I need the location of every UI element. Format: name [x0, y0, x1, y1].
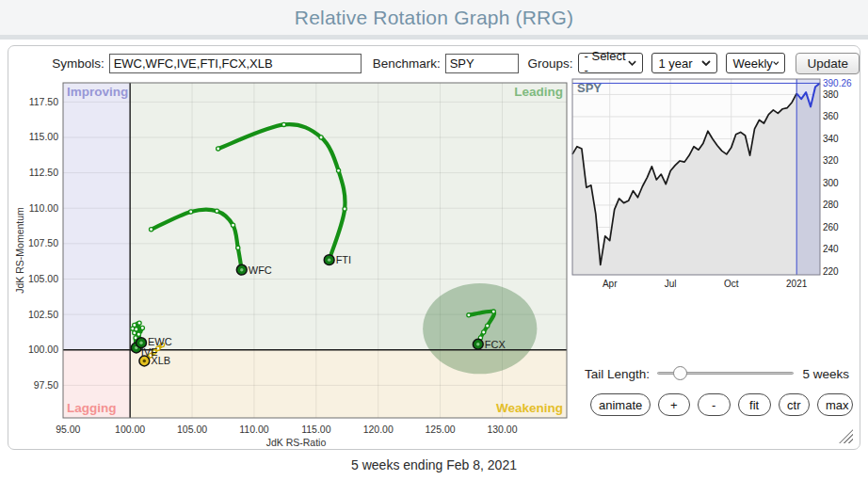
tail-length-label: Tail Length: [585, 367, 650, 381]
svg-text:340: 340 [823, 134, 839, 144]
svg-text:240: 240 [823, 244, 839, 254]
svg-text:Lagging: Lagging [67, 401, 117, 415]
svg-text:280: 280 [823, 200, 839, 210]
tail-length-slider[interactable] [657, 364, 794, 383]
svg-text:117.50: 117.50 [29, 96, 58, 107]
svg-text:Apr: Apr [603, 279, 618, 289]
svg-text:97.50: 97.50 [34, 379, 58, 391]
app-titlebar: Relative Rotation Graph (RRG) [0, 0, 868, 35]
groups-select-value: - Select - [585, 49, 629, 77]
max-button[interactable]: max [817, 393, 853, 416]
svg-text:Oct: Oct [724, 279, 739, 289]
update-button[interactable]: Update [796, 53, 860, 74]
resize-grip-icon[interactable] [839, 429, 853, 443]
chevron-down-icon [628, 60, 636, 66]
svg-text:WFC: WFC [249, 264, 272, 276]
svg-text:EWC: EWC [148, 336, 172, 347]
svg-text:110.00: 110.00 [239, 424, 268, 435]
symbols-label: Symbols: [52, 56, 104, 71]
spy-chart: SPY390.26220240260280300320340360380AprJ… [569, 77, 857, 292]
svg-text:102.50: 102.50 [28, 309, 58, 320]
tail-length-control: Tail Length: 5 weeks [585, 364, 849, 383]
svg-text:112.50: 112.50 [29, 167, 58, 178]
svg-text:105.00: 105.00 [177, 424, 207, 435]
zoom-out-button[interactable]: - [698, 393, 731, 416]
svg-text:320: 320 [823, 155, 839, 166]
period-select[interactable]: 1 year [651, 53, 717, 73]
groups-label: Groups: [528, 56, 573, 71]
rrg-chart[interactable]: ImprovingLeadingLaggingWeakening95.00100… [13, 74, 578, 453]
center-button[interactable]: ctr [779, 393, 810, 416]
svg-text:390.26: 390.26 [823, 78, 852, 88]
svg-text:Weakening: Weakening [496, 401, 563, 415]
tail-length-value: 5 weeks [802, 367, 849, 381]
title-divider-strip [0, 35, 868, 40]
svg-text:100.00: 100.00 [115, 424, 145, 435]
benchmark-input[interactable] [445, 54, 519, 73]
groups-select[interactable]: - Select - [578, 53, 644, 73]
slider-thumb[interactable] [673, 366, 687, 380]
svg-text:360: 360 [823, 111, 839, 121]
svg-text:100.00: 100.00 [28, 344, 58, 355]
fit-button[interactable]: fit [738, 393, 771, 416]
chevron-down-icon [701, 60, 711, 66]
svg-text:260: 260 [823, 222, 839, 232]
svg-text:110.00: 110.00 [29, 202, 58, 214]
rrg-panel: Symbols: Benchmark: Groups: - Select - 1… [8, 45, 860, 450]
svg-text:FTI: FTI [336, 254, 352, 265]
svg-text:105.00: 105.00 [28, 273, 58, 284]
frequency-select-value: Weekly [732, 56, 772, 71]
svg-text:95.00: 95.00 [56, 424, 80, 435]
svg-text:Improving: Improving [67, 85, 128, 99]
svg-text:JdK RS-Momentum: JdK RS-Momentum [14, 207, 25, 294]
svg-text:125.00: 125.00 [426, 424, 456, 435]
symbols-input[interactable] [109, 54, 362, 73]
svg-text:115.00: 115.00 [301, 424, 330, 435]
frequency-select[interactable]: Weekly [726, 53, 785, 73]
svg-text:220: 220 [823, 266, 839, 277]
footer-caption: 5 weeks ending Feb 8, 2021 [0, 457, 868, 472]
benchmark-label: Benchmark: [373, 56, 441, 71]
svg-text:2021: 2021 [786, 279, 808, 289]
svg-text:380: 380 [823, 89, 839, 100]
svg-text:FCX: FCX [485, 339, 506, 350]
svg-text:Leading: Leading [514, 85, 563, 99]
toolbar: Symbols: Benchmark: Groups: - Select - 1… [8, 51, 860, 75]
svg-text:SPY: SPY [577, 81, 602, 95]
svg-text:JdK RS-Ratio: JdK RS-Ratio [266, 437, 327, 448]
chart-buttons: animate + - fit ctr max [590, 393, 853, 416]
svg-text:130.00: 130.00 [487, 424, 517, 435]
page-title: Relative Rotation Graph (RRG) [295, 7, 573, 29]
zoom-in-button[interactable]: + [658, 393, 689, 416]
svg-text:Jul: Jul [665, 279, 677, 289]
animate-button[interactable]: animate [590, 393, 651, 416]
period-select-value: 1 year [658, 56, 692, 71]
svg-text:107.50: 107.50 [28, 237, 58, 248]
svg-text:300: 300 [823, 178, 839, 188]
svg-text:IVE: IVE [141, 346, 158, 358]
svg-text:115.00: 115.00 [29, 131, 58, 142]
chevron-down-icon [773, 60, 780, 66]
svg-text:120.00: 120.00 [363, 424, 394, 435]
